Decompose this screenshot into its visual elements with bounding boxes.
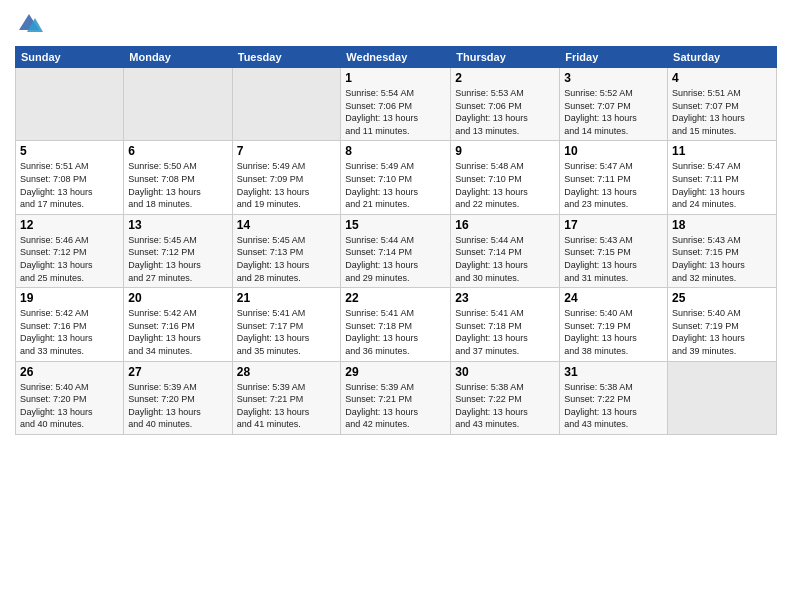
day-info: Sunrise: 5:40 AM Sunset: 7:20 PM Dayligh… bbox=[20, 381, 119, 431]
calendar-cell bbox=[668, 361, 777, 434]
day-number: 17 bbox=[564, 218, 663, 232]
day-info: Sunrise: 5:39 AM Sunset: 7:21 PM Dayligh… bbox=[345, 381, 446, 431]
day-number: 30 bbox=[455, 365, 555, 379]
day-header-monday: Monday bbox=[124, 47, 232, 68]
page-header bbox=[15, 10, 777, 38]
calendar-cell: 14Sunrise: 5:45 AM Sunset: 7:13 PM Dayli… bbox=[232, 214, 341, 287]
calendar-cell: 17Sunrise: 5:43 AM Sunset: 7:15 PM Dayli… bbox=[560, 214, 668, 287]
day-info: Sunrise: 5:51 AM Sunset: 7:08 PM Dayligh… bbox=[20, 160, 119, 210]
calendar-cell: 1Sunrise: 5:54 AM Sunset: 7:06 PM Daylig… bbox=[341, 68, 451, 141]
day-info: Sunrise: 5:38 AM Sunset: 7:22 PM Dayligh… bbox=[564, 381, 663, 431]
calendar-cell: 16Sunrise: 5:44 AM Sunset: 7:14 PM Dayli… bbox=[451, 214, 560, 287]
calendar-header-row: SundayMondayTuesdayWednesdayThursdayFrid… bbox=[16, 47, 777, 68]
day-number: 6 bbox=[128, 144, 227, 158]
calendar-cell: 22Sunrise: 5:41 AM Sunset: 7:18 PM Dayli… bbox=[341, 288, 451, 361]
calendar-cell: 29Sunrise: 5:39 AM Sunset: 7:21 PM Dayli… bbox=[341, 361, 451, 434]
day-number: 27 bbox=[128, 365, 227, 379]
day-info: Sunrise: 5:49 AM Sunset: 7:09 PM Dayligh… bbox=[237, 160, 337, 210]
logo-icon bbox=[15, 10, 43, 38]
calendar-cell: 4Sunrise: 5:51 AM Sunset: 7:07 PM Daylig… bbox=[668, 68, 777, 141]
day-info: Sunrise: 5:44 AM Sunset: 7:14 PM Dayligh… bbox=[345, 234, 446, 284]
day-info: Sunrise: 5:43 AM Sunset: 7:15 PM Dayligh… bbox=[564, 234, 663, 284]
day-info: Sunrise: 5:53 AM Sunset: 7:06 PM Dayligh… bbox=[455, 87, 555, 137]
day-number: 31 bbox=[564, 365, 663, 379]
calendar-cell: 8Sunrise: 5:49 AM Sunset: 7:10 PM Daylig… bbox=[341, 141, 451, 214]
day-number: 14 bbox=[237, 218, 337, 232]
calendar-cell: 11Sunrise: 5:47 AM Sunset: 7:11 PM Dayli… bbox=[668, 141, 777, 214]
calendar-cell: 5Sunrise: 5:51 AM Sunset: 7:08 PM Daylig… bbox=[16, 141, 124, 214]
calendar-cell: 12Sunrise: 5:46 AM Sunset: 7:12 PM Dayli… bbox=[16, 214, 124, 287]
day-info: Sunrise: 5:52 AM Sunset: 7:07 PM Dayligh… bbox=[564, 87, 663, 137]
day-number: 21 bbox=[237, 291, 337, 305]
day-info: Sunrise: 5:51 AM Sunset: 7:07 PM Dayligh… bbox=[672, 87, 772, 137]
day-number: 28 bbox=[237, 365, 337, 379]
day-number: 3 bbox=[564, 71, 663, 85]
day-info: Sunrise: 5:44 AM Sunset: 7:14 PM Dayligh… bbox=[455, 234, 555, 284]
calendar-cell: 15Sunrise: 5:44 AM Sunset: 7:14 PM Dayli… bbox=[341, 214, 451, 287]
calendar-cell: 27Sunrise: 5:39 AM Sunset: 7:20 PM Dayli… bbox=[124, 361, 232, 434]
day-info: Sunrise: 5:39 AM Sunset: 7:21 PM Dayligh… bbox=[237, 381, 337, 431]
calendar-cell: 9Sunrise: 5:48 AM Sunset: 7:10 PM Daylig… bbox=[451, 141, 560, 214]
day-number: 23 bbox=[455, 291, 555, 305]
calendar-cell: 30Sunrise: 5:38 AM Sunset: 7:22 PM Dayli… bbox=[451, 361, 560, 434]
day-header-saturday: Saturday bbox=[668, 47, 777, 68]
calendar-cell: 31Sunrise: 5:38 AM Sunset: 7:22 PM Dayli… bbox=[560, 361, 668, 434]
day-number: 7 bbox=[237, 144, 337, 158]
day-info: Sunrise: 5:49 AM Sunset: 7:10 PM Dayligh… bbox=[345, 160, 446, 210]
day-number: 26 bbox=[20, 365, 119, 379]
day-number: 16 bbox=[455, 218, 555, 232]
day-info: Sunrise: 5:45 AM Sunset: 7:13 PM Dayligh… bbox=[237, 234, 337, 284]
day-number: 2 bbox=[455, 71, 555, 85]
day-number: 4 bbox=[672, 71, 772, 85]
logo bbox=[15, 10, 46, 38]
calendar-cell: 10Sunrise: 5:47 AM Sunset: 7:11 PM Dayli… bbox=[560, 141, 668, 214]
calendar-cell bbox=[232, 68, 341, 141]
calendar-cell: 13Sunrise: 5:45 AM Sunset: 7:12 PM Dayli… bbox=[124, 214, 232, 287]
day-header-wednesday: Wednesday bbox=[341, 47, 451, 68]
calendar-cell: 2Sunrise: 5:53 AM Sunset: 7:06 PM Daylig… bbox=[451, 68, 560, 141]
day-info: Sunrise: 5:46 AM Sunset: 7:12 PM Dayligh… bbox=[20, 234, 119, 284]
calendar-cell: 19Sunrise: 5:42 AM Sunset: 7:16 PM Dayli… bbox=[16, 288, 124, 361]
calendar-cell: 23Sunrise: 5:41 AM Sunset: 7:18 PM Dayli… bbox=[451, 288, 560, 361]
day-number: 20 bbox=[128, 291, 227, 305]
day-info: Sunrise: 5:54 AM Sunset: 7:06 PM Dayligh… bbox=[345, 87, 446, 137]
day-number: 9 bbox=[455, 144, 555, 158]
calendar-week-row: 12Sunrise: 5:46 AM Sunset: 7:12 PM Dayli… bbox=[16, 214, 777, 287]
day-info: Sunrise: 5:39 AM Sunset: 7:20 PM Dayligh… bbox=[128, 381, 227, 431]
day-header-tuesday: Tuesday bbox=[232, 47, 341, 68]
calendar-week-row: 19Sunrise: 5:42 AM Sunset: 7:16 PM Dayli… bbox=[16, 288, 777, 361]
day-info: Sunrise: 5:50 AM Sunset: 7:08 PM Dayligh… bbox=[128, 160, 227, 210]
day-info: Sunrise: 5:38 AM Sunset: 7:22 PM Dayligh… bbox=[455, 381, 555, 431]
calendar-cell: 24Sunrise: 5:40 AM Sunset: 7:19 PM Dayli… bbox=[560, 288, 668, 361]
day-header-thursday: Thursday bbox=[451, 47, 560, 68]
day-info: Sunrise: 5:42 AM Sunset: 7:16 PM Dayligh… bbox=[128, 307, 227, 357]
calendar-cell: 7Sunrise: 5:49 AM Sunset: 7:09 PM Daylig… bbox=[232, 141, 341, 214]
day-number: 11 bbox=[672, 144, 772, 158]
day-number: 15 bbox=[345, 218, 446, 232]
day-info: Sunrise: 5:42 AM Sunset: 7:16 PM Dayligh… bbox=[20, 307, 119, 357]
calendar-week-row: 26Sunrise: 5:40 AM Sunset: 7:20 PM Dayli… bbox=[16, 361, 777, 434]
day-number: 5 bbox=[20, 144, 119, 158]
day-number: 1 bbox=[345, 71, 446, 85]
day-number: 13 bbox=[128, 218, 227, 232]
day-info: Sunrise: 5:40 AM Sunset: 7:19 PM Dayligh… bbox=[672, 307, 772, 357]
day-info: Sunrise: 5:40 AM Sunset: 7:19 PM Dayligh… bbox=[564, 307, 663, 357]
day-number: 22 bbox=[345, 291, 446, 305]
calendar-cell: 18Sunrise: 5:43 AM Sunset: 7:15 PM Dayli… bbox=[668, 214, 777, 287]
day-number: 25 bbox=[672, 291, 772, 305]
day-number: 8 bbox=[345, 144, 446, 158]
day-info: Sunrise: 5:41 AM Sunset: 7:18 PM Dayligh… bbox=[345, 307, 446, 357]
calendar-cell bbox=[16, 68, 124, 141]
day-info: Sunrise: 5:47 AM Sunset: 7:11 PM Dayligh… bbox=[672, 160, 772, 210]
calendar-cell: 20Sunrise: 5:42 AM Sunset: 7:16 PM Dayli… bbox=[124, 288, 232, 361]
calendar-cell bbox=[124, 68, 232, 141]
day-number: 29 bbox=[345, 365, 446, 379]
day-info: Sunrise: 5:41 AM Sunset: 7:18 PM Dayligh… bbox=[455, 307, 555, 357]
calendar-cell: 21Sunrise: 5:41 AM Sunset: 7:17 PM Dayli… bbox=[232, 288, 341, 361]
calendar-table: SundayMondayTuesdayWednesdayThursdayFrid… bbox=[15, 46, 777, 435]
day-info: Sunrise: 5:48 AM Sunset: 7:10 PM Dayligh… bbox=[455, 160, 555, 210]
day-info: Sunrise: 5:43 AM Sunset: 7:15 PM Dayligh… bbox=[672, 234, 772, 284]
day-info: Sunrise: 5:47 AM Sunset: 7:11 PM Dayligh… bbox=[564, 160, 663, 210]
day-number: 10 bbox=[564, 144, 663, 158]
day-number: 12 bbox=[20, 218, 119, 232]
